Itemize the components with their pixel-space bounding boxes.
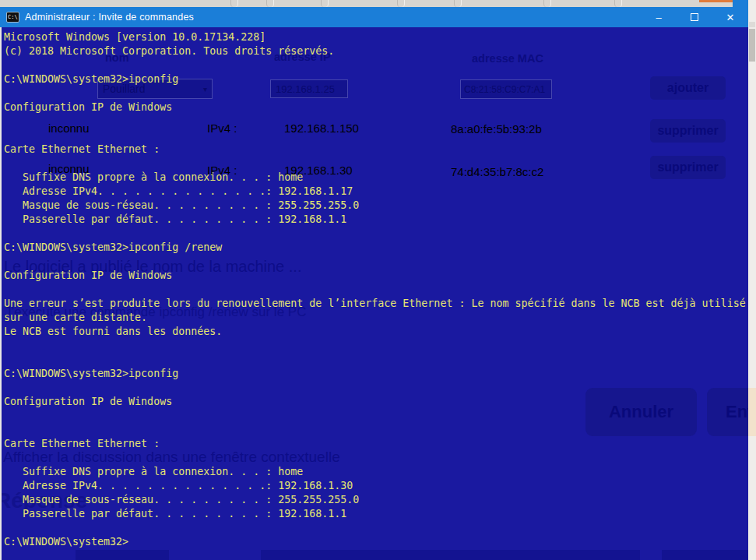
browser-scrollbar-strip (748, 0, 756, 560)
terminal-line: C:\WINDOWS\system32>ipconfig (4, 367, 746, 381)
terminal-line: Masque de sous-réseau. . . . . . . . . :… (4, 493, 746, 507)
terminal-line (4, 157, 746, 171)
terminal-line (4, 339, 746, 353)
minimize-button[interactable]: – (641, 7, 677, 27)
maximize-button[interactable] (677, 7, 712, 27)
terminal-line: Suffixe DNS propre à la connexion. . . :… (4, 171, 746, 185)
terminal-line (4, 409, 746, 423)
terminal-line (4, 381, 746, 395)
terminal-line: Configuration IP de Windows (4, 269, 746, 283)
terminal-line: Configuration IP de Windows (4, 395, 746, 409)
bg-send-button-edge (748, 388, 756, 436)
terminal-line (4, 58, 746, 72)
close-button[interactable]: ✕ (712, 7, 748, 27)
command-prompt-window[interactable]: nom adresse IP adresse MAC Pouillard ▾ 1… (2, 27, 748, 560)
terminal-line (4, 451, 746, 465)
bg-footer-ghost (261, 550, 640, 560)
terminal-line: Le NCB est fourni dans les données. (4, 325, 746, 339)
window-title: Administrateur : Invite de commandes (25, 12, 194, 23)
tab-divider (543, 0, 551, 7)
terminal-line: Suffixe DNS propre à la connexion. . . :… (4, 465, 746, 479)
scrollbar-notch (749, 22, 755, 27)
terminal-output: Microsoft Windows [version 10.0.17134.22… (4, 30, 746, 549)
terminal-line (4, 423, 746, 437)
tab-divider (230, 0, 238, 7)
terminal-line: Passerelle par défaut. . . . . . . . . :… (4, 507, 746, 521)
terminal-line (4, 283, 746, 297)
bg-footer-ghost (76, 550, 169, 560)
terminal-line: C:\WINDOWS\system32> (4, 535, 746, 549)
cmd-titlebar[interactable]: C:\ Administrateur : Invite de commandes… (0, 7, 748, 27)
terminal-line (4, 227, 746, 241)
terminal-line: Une erreur s’est produite lors du renouv… (4, 297, 746, 311)
terminal-line: Microsoft Windows [version 10.0.17134.22… (4, 30, 746, 44)
terminal-line (4, 521, 746, 535)
bg-footer-ghost (662, 550, 748, 560)
cmd-icon: C:\ (6, 12, 19, 23)
terminal-line: Carte Ethernet Ethernet : (4, 143, 746, 157)
active-tab-highlight (699, 0, 733, 2)
terminal-line (4, 86, 746, 100)
window-top-corner (733, 0, 748, 7)
terminal-line: sur une carte distante. (4, 311, 746, 325)
maximize-icon (691, 13, 698, 21)
scrollbar-thumb[interactable] (749, 29, 755, 62)
terminal-line: C:\WINDOWS\system32>ipconfig /renew (4, 241, 746, 255)
terminal-line: Carte Ethernet Ethernet : (4, 437, 746, 451)
tab-divider (321, 0, 329, 7)
terminal-line (4, 255, 746, 269)
tab-divider (397, 0, 405, 7)
tab-divider (614, 0, 622, 7)
tab-divider (454, 0, 462, 7)
terminal-line: Configuration IP de Windows (4, 100, 746, 114)
tab-divider (266, 0, 274, 7)
terminal-line: (c) 2018 Microsoft Corporation. Tous dro… (4, 44, 746, 58)
screen: C:\ Administrateur : Invite de commandes… (0, 0, 756, 560)
terminal-line: Adresse IPv4. . . . . . . . . . . . . .:… (4, 185, 746, 199)
terminal-line: C:\WINDOWS\system32>ipconfig (4, 72, 746, 86)
terminal-line: Adresse IPv4. . . . . . . . . . . . . .:… (4, 479, 746, 493)
terminal-line: Masque de sous-réseau. . . . . . . . . :… (4, 199, 746, 213)
terminal-line (4, 353, 746, 367)
terminal-line: Passerelle par défaut. . . . . . . . . :… (4, 213, 746, 227)
terminal-line (4, 129, 746, 143)
browser-tab-strip[interactable] (0, 0, 748, 7)
terminal-line (4, 114, 746, 129)
